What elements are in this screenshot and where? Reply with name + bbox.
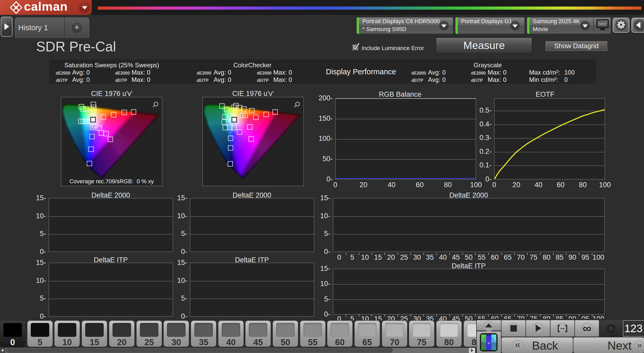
svg-text:DDC: DDC [598,22,607,26]
